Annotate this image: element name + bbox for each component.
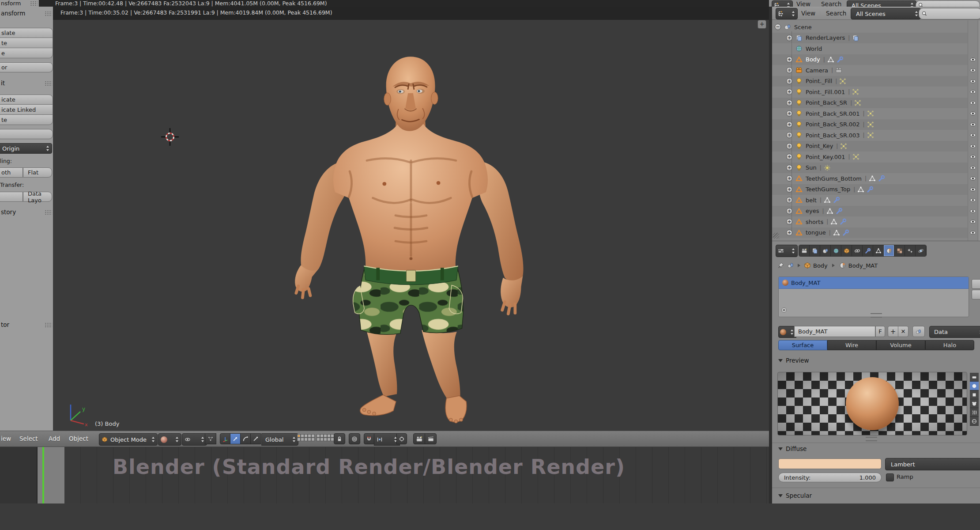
lamp-data-icon[interactable] <box>867 121 874 128</box>
layer-cell[interactable] <box>304 438 308 441</box>
outliner-item-label[interactable]: Scene <box>794 24 812 30</box>
lamp-data-icon[interactable] <box>840 143 847 150</box>
expand-toggle[interactable]: + <box>786 35 792 41</box>
toolshelf-panel-header-history[interactable]: story <box>0 208 52 216</box>
outliner-row-point-back-sr-002[interactable]: +Point_Back_SR.002| <box>772 119 968 130</box>
wrench-icon[interactable] <box>840 218 847 225</box>
wrench-icon[interactable] <box>837 56 844 63</box>
slot-remove-button[interactable] <box>972 290 980 299</box>
toolshelf-button-delete[interactable]: te <box>0 115 53 125</box>
tab-object[interactable] <box>841 245 852 256</box>
manipulate-centers-toggle[interactable] <box>205 433 216 444</box>
outliner-row-point-back-sr-001[interactable]: +Point_Back_SR.001| <box>772 108 968 119</box>
outliner-row-point-fill-001[interactable]: +Point._Fill.001| <box>772 87 968 97</box>
layer-cell[interactable] <box>317 434 320 438</box>
toolshelf-button-translate[interactable]: slate <box>0 28 53 38</box>
visibility-eye-icon[interactable] <box>969 67 976 74</box>
visibility-eye-icon[interactable] <box>969 56 976 63</box>
snap-target-button[interactable] <box>396 433 407 444</box>
lamp-data-icon[interactable] <box>852 88 859 95</box>
material-type-volume[interactable]: Volume <box>876 340 925 350</box>
lamp-data-icon[interactable] <box>867 110 874 117</box>
expand-toggle[interactable]: + <box>786 219 792 225</box>
tab-render[interactable] <box>799 245 810 256</box>
layer-cell[interactable] <box>324 438 327 441</box>
breadcrumb-material[interactable]: Body_MAT <box>848 262 878 269</box>
outliner-item-label[interactable]: Point_Back_SR <box>806 99 847 106</box>
visibility-eye-icon[interactable] <box>969 197 976 204</box>
visibility-eye-icon[interactable] <box>969 175 976 182</box>
region-expand-handle[interactable]: + <box>758 20 766 29</box>
layer-cell[interactable] <box>320 434 324 438</box>
visibility-eye-icon[interactable] <box>969 229 976 236</box>
wrench-icon[interactable] <box>842 229 849 236</box>
preview-flat-button[interactable] <box>970 373 979 382</box>
expand-toggle[interactable]: + <box>786 89 792 95</box>
mesh-data-icon[interactable] <box>857 186 864 193</box>
panel-grip[interactable] <box>30 1 38 6</box>
outliner-item-label[interactable]: shorts <box>806 219 823 225</box>
outliner-item-label[interactable]: Point_Back_SR.002 <box>806 121 860 128</box>
mesh-data-icon[interactable] <box>827 56 834 63</box>
layer-cell[interactable] <box>308 438 311 441</box>
preview-hair-button[interactable] <box>970 408 979 417</box>
outliner-row-body[interactable]: +Body| <box>772 54 968 65</box>
collapse-toggle[interactable]: − <box>775 24 781 30</box>
slot-add-button[interactable] <box>972 279 980 289</box>
layer-cell[interactable] <box>317 438 320 441</box>
layer-cell[interactable] <box>324 434 327 438</box>
outliner-row-teethgums-top[interactable]: +TeethGums_Top| <box>772 184 968 195</box>
select-menu[interactable]: Select <box>19 435 38 442</box>
outliner-scrollbar[interactable] <box>978 20 980 241</box>
tab-particles[interactable] <box>905 245 916 256</box>
material-slot-item[interactable]: Body_MAT <box>779 277 969 289</box>
outliner-item-label[interactable]: TeethGums_Bottom <box>806 175 862 182</box>
toolshelf-button-join[interactable] <box>0 129 53 139</box>
layer-cell[interactable] <box>311 438 315 441</box>
panel-divider[interactable] <box>769 7 772 504</box>
node-icon[interactable] <box>787 262 794 269</box>
add-slot-icon[interactable] <box>781 307 787 313</box>
outliner-row-point-fill[interactable]: +Point._Fill| <box>772 76 968 87</box>
preview-cube-button[interactable] <box>970 390 979 399</box>
expand-toggle[interactable]: + <box>786 132 792 138</box>
material-type-halo[interactable]: Halo <box>925 340 974 350</box>
wrench-icon[interactable] <box>878 175 885 182</box>
expand-toggle[interactable]: + <box>786 175 792 182</box>
outliner-item-label[interactable]: Body <box>806 56 820 63</box>
outliner-item-label[interactable]: Point_Back_SR.001 <box>806 110 860 117</box>
tab-object-data[interactable] <box>873 245 884 256</box>
diffuse-panel-header[interactable]: Diffuse <box>778 445 807 452</box>
layer-cell[interactable] <box>327 434 331 438</box>
unlink-material-button[interactable]: ✕ <box>898 326 908 337</box>
tab-material[interactable] <box>884 245 894 256</box>
outliner-row-renderlayers[interactable]: +RenderLayers| <box>772 33 968 43</box>
mesh-data-icon[interactable] <box>830 218 837 225</box>
camera-data-icon[interactable] <box>835 67 842 74</box>
layers-icon[interactable] <box>852 34 859 42</box>
panel-grip[interactable] <box>45 322 52 327</box>
wrench-icon[interactable] <box>867 186 874 193</box>
preview-panel-header[interactable]: Preview <box>778 357 809 364</box>
outliner-item-label[interactable]: Point._Fill <box>806 78 832 84</box>
expand-toggle[interactable]: + <box>786 121 792 128</box>
lamp-data-icon[interactable] <box>839 78 846 85</box>
link-source-selector[interactable]: Data <box>929 326 980 338</box>
toolshelf-button-duplicate[interactable]: icate <box>0 95 53 105</box>
fake-user-button[interactable]: F <box>875 326 885 337</box>
visibility-eye-icon[interactable] <box>969 99 976 106</box>
material-name-field[interactable]: Body_MAT <box>794 326 875 337</box>
outliner-item-label[interactable]: belt <box>806 197 817 204</box>
tab-scene[interactable] <box>820 245 831 256</box>
visibility-eye-icon[interactable] <box>969 186 976 193</box>
visibility-eye-icon[interactable] <box>969 143 976 150</box>
layer-cell[interactable] <box>304 434 308 438</box>
tab-world[interactable] <box>831 245 841 256</box>
expand-toggle[interactable]: + <box>786 186 792 193</box>
layer-cell[interactable] <box>301 438 304 441</box>
outliner-row-point-back-sr-003[interactable]: +Point_Back_SR.003| <box>772 130 968 140</box>
outliner-item-label[interactable]: Point_Key <box>806 143 833 149</box>
toolshelf-button-mirror[interactable]: or <box>0 62 53 72</box>
expand-toggle[interactable]: + <box>786 208 792 214</box>
expand-toggle[interactable]: + <box>786 230 792 236</box>
